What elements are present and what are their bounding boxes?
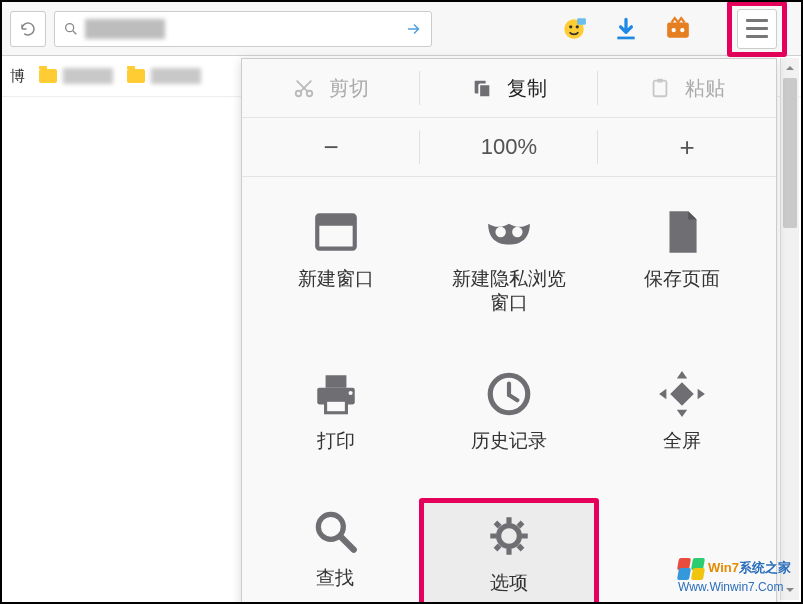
scissors-icon: [293, 77, 315, 99]
zoom-in-button[interactable]: +: [598, 118, 776, 176]
app-menu-panel: 剪切 复制 粘贴 − 100% + 新建窗口: [241, 58, 777, 604]
zoom-level: 100%: [420, 118, 598, 176]
folder-icon: [127, 69, 145, 83]
svg-rect-13: [654, 81, 667, 97]
reload-button[interactable]: [10, 11, 46, 47]
save-page-button[interactable]: 保存页面: [595, 199, 768, 329]
scroll-up-arrow[interactable]: [781, 58, 799, 78]
svg-point-3: [576, 25, 579, 28]
addon-icon-1[interactable]: [561, 16, 587, 42]
copy-icon: [471, 77, 493, 99]
svg-rect-4: [577, 18, 586, 25]
svg-rect-24: [670, 382, 694, 406]
svg-rect-21: [326, 400, 347, 413]
label: 新建隐私浏览 窗口: [452, 267, 566, 315]
windows-flag-icon: [678, 558, 704, 580]
folder-icon: [39, 69, 57, 83]
label: 全屏: [663, 429, 701, 453]
toolbar-icons: [561, 1, 793, 57]
new-window-button[interactable]: 新建窗口: [250, 199, 423, 329]
svg-rect-14: [657, 79, 663, 83]
svg-point-8: [680, 27, 684, 31]
cut-label: 剪切: [329, 75, 369, 102]
menu-button-highlight: [727, 1, 787, 57]
scrollbar[interactable]: [780, 58, 799, 600]
label: 查找: [316, 566, 354, 590]
paste-button[interactable]: 粘贴: [598, 59, 776, 117]
search-value-blurred: [85, 19, 165, 39]
print-button[interactable]: 打印: [250, 361, 423, 467]
clipboard-icon: [649, 77, 671, 99]
search-go-icon[interactable]: [405, 20, 423, 38]
options-button[interactable]: 选项: [419, 498, 598, 604]
menu-grid-2: 打印 历史记录 全屏: [242, 339, 776, 477]
search-icon: [63, 21, 79, 37]
history-button[interactable]: 历史记录: [423, 361, 596, 467]
svg-rect-20: [326, 375, 347, 388]
bookmark-item[interactable]: [127, 68, 201, 84]
downloads-icon[interactable]: [613, 16, 639, 42]
svg-rect-6: [667, 22, 689, 37]
menu-grid-1: 新建窗口 新建隐私浏览 窗口 保存页面: [242, 177, 776, 339]
svg-point-26: [499, 526, 520, 547]
search-input[interactable]: [54, 11, 432, 47]
clock-icon: [484, 369, 534, 419]
label: 历史记录: [471, 429, 547, 453]
svg-rect-5: [617, 36, 634, 39]
svg-rect-16: [318, 215, 356, 225]
browser-window: 博 剪切 复制 粘贴 − 10: [0, 0, 803, 604]
find-button[interactable]: 查找: [250, 498, 419, 604]
zoom-out-button[interactable]: −: [242, 118, 420, 176]
printer-icon: [311, 369, 361, 419]
paste-label: 粘贴: [685, 75, 725, 102]
svg-point-0: [66, 23, 74, 31]
gear-icon: [484, 511, 534, 561]
toolbar: [2, 2, 801, 56]
svg-point-22: [349, 390, 353, 394]
bookmark-item[interactable]: 博: [10, 67, 25, 86]
new-private-window-button[interactable]: 新建隐私浏览 窗口: [423, 199, 596, 329]
svg-point-7: [672, 27, 676, 31]
watermark: Win7系统之家 Www.Winwin7.Com: [678, 558, 791, 596]
fullscreen-icon: [657, 369, 707, 419]
fullscreen-button[interactable]: 全屏: [595, 361, 768, 467]
label: 保存页面: [644, 267, 720, 291]
svg-point-2: [569, 25, 572, 28]
menu-button[interactable]: [737, 9, 777, 49]
magnifier-icon: [310, 506, 360, 556]
page-icon: [657, 207, 707, 257]
window-icon: [311, 207, 361, 257]
cut-button[interactable]: 剪切: [242, 59, 420, 117]
mask-icon: [484, 207, 534, 257]
label: 打印: [317, 429, 355, 453]
svg-point-18: [512, 227, 522, 237]
svg-rect-12: [479, 84, 490, 97]
copy-button[interactable]: 复制: [420, 59, 598, 117]
addon-icon-2[interactable]: [665, 16, 691, 42]
label: 新建窗口: [298, 267, 374, 291]
svg-point-17: [495, 227, 505, 237]
scroll-thumb[interactable]: [783, 78, 797, 228]
bookmark-item[interactable]: [39, 68, 113, 84]
edit-row: 剪切 复制 粘贴: [242, 59, 776, 118]
copy-label: 复制: [507, 75, 547, 102]
zoom-row: − 100% +: [242, 118, 776, 177]
label: 选项: [490, 571, 528, 595]
